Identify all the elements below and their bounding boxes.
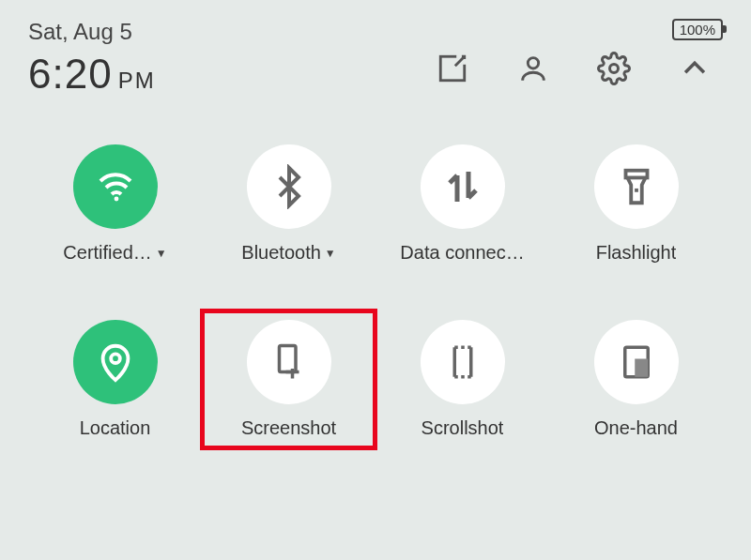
tile-location-label: Location [80, 417, 151, 439]
tile-screenshot-label: Screenshot [241, 417, 336, 439]
status-bar: Sat, Aug 5 100% [28, 19, 723, 45]
status-ampm: PM [118, 68, 156, 93]
settings-button[interactable] [595, 50, 633, 87]
screenshot-icon [269, 342, 309, 382]
tile-wifi-label: Certified… [63, 242, 151, 264]
dropdown-caret-icon[interactable]: ▼ [325, 247, 336, 260]
tile-location-label-row: Location [80, 417, 151, 439]
svg-point-1 [528, 58, 538, 68]
battery-level: 100% [680, 22, 715, 38]
svg-rect-4 [625, 171, 647, 178]
profile-button[interactable] [514, 50, 552, 87]
wifi-icon [93, 164, 138, 209]
svg-rect-7 [279, 346, 296, 372]
qs-toolbar [434, 50, 723, 87]
battery-icon: 100% [672, 19, 723, 40]
collapse-button[interactable] [676, 50, 713, 87]
one-hand-icon [617, 342, 656, 382]
status-date: Sat, Aug 5 [28, 19, 132, 45]
tile-wifi-label-row: Certified… ▼ [63, 242, 166, 264]
tile-wifi-circle [73, 144, 158, 229]
tile-flashlight[interactable]: Flashlight [549, 135, 723, 273]
tile-flashlight-label: Flashlight [596, 242, 677, 264]
tile-onehand-label-row: One-hand [594, 417, 678, 439]
tile-screenshot[interactable]: Screenshot [202, 310, 376, 448]
tile-scrollshot-label: Scrollshot [421, 417, 504, 439]
tile-location-circle [73, 320, 158, 404]
tile-flashlight-circle [594, 144, 679, 229]
svg-point-6 [111, 354, 120, 363]
tile-location[interactable]: Location [28, 310, 202, 448]
tile-data-circle [421, 144, 505, 229]
tile-wifi[interactable]: Certified… ▼ [28, 135, 202, 273]
user-icon [517, 53, 549, 84]
battery-indicator: 100% [672, 19, 723, 40]
bluetooth-icon [267, 164, 312, 209]
location-pin-icon [94, 341, 137, 384]
svg-point-3 [114, 197, 118, 202]
svg-rect-13 [635, 359, 648, 377]
quick-settings-panel: Sat, Aug 5 100% 6:20PM [0, 0, 751, 458]
gear-icon [597, 52, 631, 85]
tile-onehand[interactable]: One-hand [549, 310, 723, 448]
svg-point-2 [610, 65, 619, 73]
status-clock[interactable]: 6:20PM [28, 51, 156, 98]
tile-onehand-label: One-hand [594, 417, 678, 439]
qs-tiles-grid: Certified… ▼ Bluetooth ▼ [28, 135, 723, 448]
dropdown-caret-icon[interactable]: ▼ [156, 247, 167, 260]
tile-screenshot-circle [247, 320, 331, 404]
tile-scrollshot[interactable]: Scrollshot [376, 310, 549, 448]
tile-flashlight-label-row: Flashlight [596, 242, 677, 264]
status-left: Sat, Aug 5 [28, 19, 132, 45]
scrollshot-icon [443, 342, 483, 382]
flashlight-icon [615, 165, 658, 208]
chevron-up-icon [679, 53, 711, 84]
tile-onehand-circle [594, 320, 679, 404]
status-time-value: 6:20 [28, 51, 113, 97]
tile-scrollshot-circle [421, 320, 505, 404]
data-arrows-icon [440, 164, 485, 209]
tile-scrollshot-label-row: Scrollshot [421, 417, 504, 439]
tile-data[interactable]: Data connec… [376, 135, 549, 273]
tile-data-label-row: Data connec… [400, 242, 524, 264]
tile-bluetooth-circle [247, 144, 331, 229]
tile-bluetooth[interactable]: Bluetooth ▼ [202, 135, 376, 273]
edit-button[interactable] [434, 50, 471, 87]
edit-icon [437, 53, 468, 84]
tile-bluetooth-label: Bluetooth [241, 242, 321, 264]
tile-screenshot-label-row: Screenshot [241, 417, 336, 439]
tile-data-label: Data connec… [400, 242, 524, 264]
tile-bluetooth-label-row: Bluetooth ▼ [241, 242, 335, 264]
